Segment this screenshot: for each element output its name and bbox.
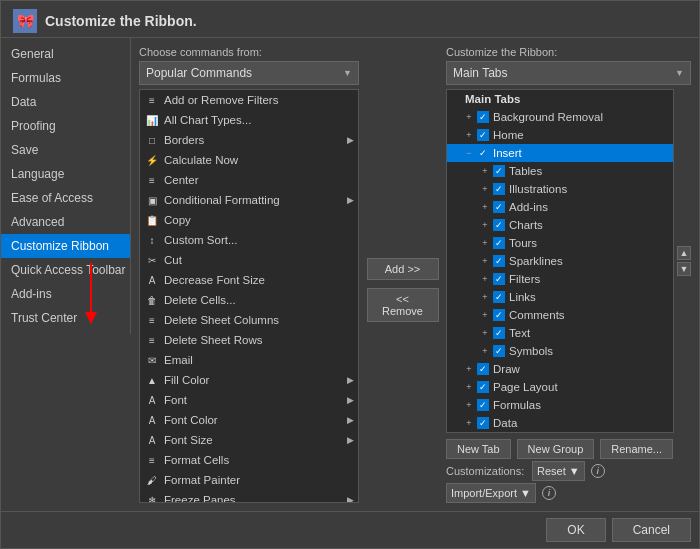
- command-item[interactable]: AFont Size▶: [140, 430, 358, 450]
- tree-checkbox[interactable]: ✓: [493, 309, 505, 321]
- sidebar-item-quick-access-toolbar[interactable]: Quick Access Toolbar: [1, 258, 130, 282]
- expand-icon[interactable]: +: [479, 219, 491, 231]
- reset-info-icon[interactable]: i: [591, 464, 605, 478]
- expand-icon[interactable]: +: [479, 237, 491, 249]
- tree-item[interactable]: +✓Tours: [447, 234, 673, 252]
- tree-checkbox[interactable]: ✓: [493, 291, 505, 303]
- tree-checkbox[interactable]: ✓: [477, 381, 489, 393]
- expand-icon[interactable]: +: [479, 255, 491, 267]
- command-item[interactable]: ▲Fill Color▶: [140, 370, 358, 390]
- command-item[interactable]: ↕Custom Sort...: [140, 230, 358, 250]
- tree-item[interactable]: +✓Sparklines: [447, 252, 673, 270]
- add-button[interactable]: Add >>: [367, 258, 439, 280]
- tree-item[interactable]: +✓Illustrations: [447, 180, 673, 198]
- sidebar-item-customize-ribbon[interactable]: Customize Ribbon: [1, 234, 130, 258]
- tree-item[interactable]: +✓Data: [447, 414, 673, 432]
- tree-checkbox[interactable]: ✓: [477, 111, 489, 123]
- command-item[interactable]: 🖌Format Painter: [140, 470, 358, 490]
- tree-item[interactable]: +✓Tables: [447, 162, 673, 180]
- command-item[interactable]: AFont▶: [140, 390, 358, 410]
- tree-checkbox[interactable]: ✓: [493, 183, 505, 195]
- command-item[interactable]: ✂Cut: [140, 250, 358, 270]
- expand-icon[interactable]: +: [479, 309, 491, 321]
- expand-icon[interactable]: +: [463, 111, 475, 123]
- expand-icon[interactable]: +: [479, 291, 491, 303]
- tree-item[interactable]: +✓Links: [447, 288, 673, 306]
- expand-icon[interactable]: +: [463, 381, 475, 393]
- sidebar-item-formulas[interactable]: Formulas: [1, 66, 130, 90]
- tree-checkbox[interactable]: ✓: [493, 255, 505, 267]
- tree-item[interactable]: +✓Comments: [447, 306, 673, 324]
- command-item[interactable]: ADecrease Font Size: [140, 270, 358, 290]
- expand-icon[interactable]: +: [463, 129, 475, 141]
- tree-checkbox[interactable]: ✓: [493, 345, 505, 357]
- tree-checkbox[interactable]: ✓: [493, 327, 505, 339]
- tree-item[interactable]: +✓Formulas: [447, 396, 673, 414]
- scroll-down-arrow[interactable]: ▼: [677, 262, 691, 276]
- sidebar-item-general[interactable]: General: [1, 42, 130, 66]
- remove-button[interactable]: << Remove: [367, 288, 439, 322]
- ribbon-tabs-dropdown[interactable]: Main Tabs ▼: [446, 61, 691, 85]
- tree-item[interactable]: +✓Add-ins: [447, 198, 673, 216]
- sidebar-item-ease-of-access[interactable]: Ease of Access: [1, 186, 130, 210]
- reset-dropdown[interactable]: Reset ▼: [532, 461, 585, 481]
- command-item[interactable]: ❄Freeze Panes▶: [140, 490, 358, 503]
- import-export-info-icon[interactable]: i: [542, 486, 556, 500]
- ribbon-tree[interactable]: Main Tabs+✓Background Removal+✓Home−✓Ins…: [446, 89, 674, 433]
- ok-button[interactable]: OK: [546, 518, 605, 542]
- command-item[interactable]: ≡Add or Remove Filters: [140, 90, 358, 110]
- expand-icon[interactable]: +: [463, 399, 475, 411]
- expand-icon[interactable]: +: [479, 165, 491, 177]
- command-item[interactable]: ⚡Calculate Now: [140, 150, 358, 170]
- command-item[interactable]: ▣Conditional Formatting▶: [140, 190, 358, 210]
- tree-checkbox[interactable]: ✓: [493, 219, 505, 231]
- tree-checkbox[interactable]: ✓: [477, 129, 489, 141]
- expand-icon[interactable]: +: [463, 417, 475, 429]
- command-item[interactable]: ✉Email: [140, 350, 358, 370]
- sidebar-item-save[interactable]: Save: [1, 138, 130, 162]
- tree-item[interactable]: +✓Page Layout: [447, 378, 673, 396]
- command-item[interactable]: 🗑Delete Cells...: [140, 290, 358, 310]
- tree-checkbox[interactable]: ✓: [477, 363, 489, 375]
- tree-checkbox[interactable]: ✓: [477, 399, 489, 411]
- tree-item[interactable]: +✓Symbols: [447, 342, 673, 360]
- command-item[interactable]: ≡Delete Sheet Columns: [140, 310, 358, 330]
- new-tab-button[interactable]: New Tab: [446, 439, 511, 459]
- sidebar-item-add-ins[interactable]: Add-ins: [1, 282, 130, 306]
- sidebar-item-trust-center[interactable]: Trust Center: [1, 306, 130, 330]
- import-export-dropdown[interactable]: Import/Export ▼: [446, 483, 536, 503]
- commands-from-dropdown[interactable]: Popular Commands ▼: [139, 61, 359, 85]
- tree-item[interactable]: −✓Insert: [447, 144, 673, 162]
- command-item[interactable]: 📊All Chart Types...: [140, 110, 358, 130]
- cancel-button[interactable]: Cancel: [612, 518, 691, 542]
- tree-checkbox[interactable]: ✓: [477, 147, 489, 159]
- sidebar-item-proofing[interactable]: Proofing: [1, 114, 130, 138]
- tree-checkbox[interactable]: ✓: [493, 237, 505, 249]
- tree-checkbox[interactable]: ✓: [493, 165, 505, 177]
- tree-checkbox[interactable]: ✓: [493, 273, 505, 285]
- expand-icon[interactable]: +: [479, 327, 491, 339]
- sidebar-item-data[interactable]: Data: [1, 90, 130, 114]
- command-item[interactable]: AFont Color▶: [140, 410, 358, 430]
- tree-checkbox[interactable]: ✓: [477, 417, 489, 429]
- commands-list[interactable]: ≡Add or Remove Filters📊All Chart Types..…: [139, 89, 359, 503]
- expand-icon[interactable]: +: [479, 345, 491, 357]
- command-item[interactable]: 📋Copy: [140, 210, 358, 230]
- command-item[interactable]: □Borders▶: [140, 130, 358, 150]
- expand-icon[interactable]: +: [479, 183, 491, 195]
- tree-item[interactable]: Main Tabs: [447, 90, 673, 108]
- collapse-icon[interactable]: −: [463, 147, 475, 159]
- command-item[interactable]: ≡Center: [140, 170, 358, 190]
- expand-icon[interactable]: +: [479, 273, 491, 285]
- expand-icon[interactable]: +: [463, 363, 475, 375]
- tree-item[interactable]: +✓Draw: [447, 360, 673, 378]
- rename-button[interactable]: Rename...: [600, 439, 673, 459]
- tree-item[interactable]: +✓Background Removal: [447, 108, 673, 126]
- command-item[interactable]: ≡Format Cells: [140, 450, 358, 470]
- new-group-button[interactable]: New Group: [517, 439, 595, 459]
- tree-item[interactable]: +✓Filters: [447, 270, 673, 288]
- tree-item[interactable]: +✓Review: [447, 432, 673, 433]
- sidebar-item-language[interactable]: Language: [1, 162, 130, 186]
- tree-item[interactable]: +✓Text: [447, 324, 673, 342]
- tree-item[interactable]: +✓Home: [447, 126, 673, 144]
